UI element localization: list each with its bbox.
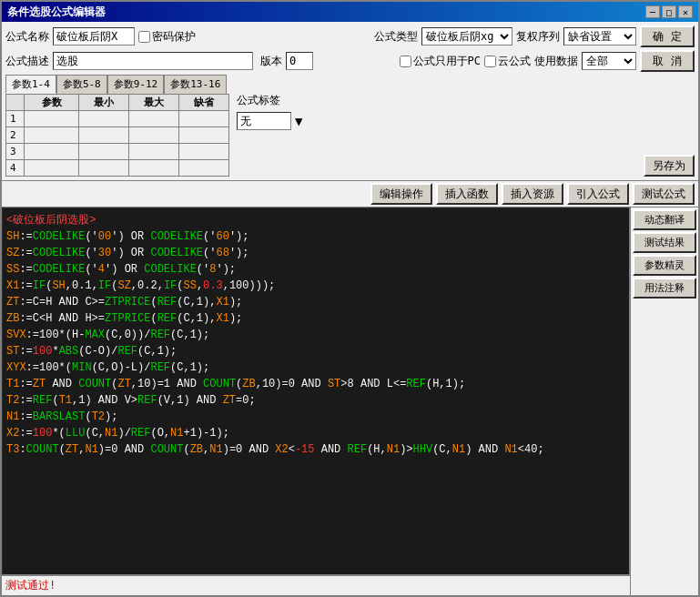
editor-container: <破位板后阴选股> SH:=CODELIKE('00') OR CODELIKE… <box>2 207 630 595</box>
param-row-num: 2 <box>6 127 25 144</box>
params-tab-1-4[interactable]: 参数1-4 <box>5 75 56 94</box>
formula-desc-input[interactable] <box>53 52 253 70</box>
code-line: ST:=100*ABS(C-O)/REF(C,1); <box>6 343 625 359</box>
param-1-min[interactable] <box>83 113 125 125</box>
cloud-label: 云公式 <box>484 54 531 69</box>
param-3-default[interactable] <box>183 146 225 157</box>
main-window: 条件选股公式编辑器 ─ □ ✕ 公式名称 密码保护 公式类型 破位板后阴xg 复… <box>0 0 700 597</box>
param-4-name[interactable] <box>28 162 75 174</box>
pc-only-label: 公式只用于PC <box>400 54 481 69</box>
formula-desc-label: 公式描述 <box>5 54 49 69</box>
formula-type-select[interactable]: 破位板后阴xg <box>421 27 512 46</box>
insert-resource-button[interactable]: 插入资源 <box>502 183 563 205</box>
param-4-min[interactable] <box>83 162 125 174</box>
param-2-max[interactable] <box>133 129 175 141</box>
params-table: 参数 最小 最大 缺省 1 <box>5 94 229 177</box>
code-line: SVX:=100*(H-MAX(C,0))/REF(C,1); <box>6 327 625 343</box>
param-2-name[interactable] <box>28 129 75 141</box>
params-tab-13-16[interactable]: 参数13-16 <box>164 75 227 94</box>
formula-type-label: 公式类型 <box>374 29 418 45</box>
params-tabs: 参数1-4 参数5-8 参数9-12 参数13-16 <box>5 75 229 94</box>
right-buttons-panel: 动态翻译 测试结果 参数精灵 用法注释 <box>630 207 698 595</box>
pc-only-checkbox[interactable] <box>400 56 411 67</box>
insert-func-button[interactable]: 插入函数 <box>436 183 498 205</box>
param-1-name[interactable] <box>28 113 75 125</box>
param-row-3: 3 <box>6 144 229 160</box>
saveas-button[interactable]: 另存为 <box>644 155 695 177</box>
maximize-button[interactable]: □ <box>662 5 676 18</box>
cancel-button[interactable]: 取 消 <box>640 50 695 72</box>
titlebar: 条件选股公式编辑器 ─ □ ✕ <box>2 2 698 22</box>
copy-sequence-select[interactable]: 缺省设置 <box>563 27 636 46</box>
col-num <box>6 95 25 111</box>
param-2-default[interactable] <box>183 129 225 141</box>
code-line: XYX:=100*(MIN(C,O)-L)/REF(C,1); <box>6 359 625 376</box>
code-line: SS:=CODELIKE('4') OR CODELIKE('8'); <box>6 261 625 278</box>
param-1-max[interactable] <box>133 113 175 125</box>
col-param: 参数 <box>25 95 79 111</box>
code-line: ZB:=C<H AND H>=ZTPRICE(REF(C,1),X1); <box>6 310 625 327</box>
confirm-button[interactable]: 确 定 <box>640 25 695 47</box>
bottom-panel: 测试通过! <box>2 575 630 595</box>
code-line: T3:COUNT(ZT,N1)=0 AND COUNT(ZB,N1)=0 AND… <box>6 441 625 458</box>
syntax-note-button[interactable]: 用法注释 <box>633 278 696 298</box>
password-checkbox-label: 密码保护 <box>138 29 196 45</box>
use-data-label: 使用数据 <box>534 54 578 69</box>
minimize-button[interactable]: ─ <box>645 5 660 18</box>
edit-ops-button[interactable]: 编辑操作 <box>370 183 432 205</box>
formula-tag-label: 公式标签 <box>237 93 302 108</box>
param-row-num: 1 <box>6 111 25 127</box>
formula-name-label: 公式名称 <box>5 29 49 45</box>
code-line: T2:=REF(T1,1) AND V>REF(V,1) AND ZT=0; <box>6 392 625 409</box>
import-formula-button[interactable]: 引入公式 <box>567 183 629 205</box>
param-row-4: 4 <box>6 160 229 177</box>
code-line: N1:=BARSLAST(T2); <box>6 409 625 425</box>
params-tab-5-8[interactable]: 参数5-8 <box>56 75 107 94</box>
formula-tag-input[interactable] <box>237 112 291 130</box>
param-4-default[interactable] <box>183 162 225 174</box>
version-input[interactable] <box>286 52 313 70</box>
param-row-num: 4 <box>6 160 25 177</box>
password-checkbox[interactable] <box>138 31 150 43</box>
window-title: 条件选股公式编辑器 <box>7 5 106 20</box>
test-formula-button[interactable]: 测试公式 <box>633 183 695 205</box>
param-row-2: 2 <box>6 127 229 144</box>
code-line: X1:=IF(SH,0.1,IF(SZ,0.2,IF(SS,0.3,100)))… <box>6 278 625 294</box>
code-line: SZ:=CODELIKE('30') OR CODELIKE('68'); <box>6 245 625 261</box>
status-text: 测试通过! <box>2 576 630 595</box>
formula-tag-section: 公式标签 ▼ <box>237 75 302 130</box>
param-1-default[interactable] <box>183 113 225 125</box>
top-section: 公式名称 密码保护 公式类型 破位板后阴xg 复权序列 缺省设置 确 定 公式描… <box>2 22 698 181</box>
code-line: X2:=100*(LLU(C,N1)/REF(O,N1+1)-1); <box>6 425 625 441</box>
use-data-select[interactable]: 全部 <box>582 52 636 70</box>
param-row-1: 1 <box>6 111 229 127</box>
params-tab-9-12[interactable]: 参数9-12 <box>107 75 165 94</box>
param-3-name[interactable] <box>28 146 75 157</box>
code-line: SH:=CODELIKE('00') OR CODELIKE('60'); <box>6 228 625 245</box>
test-results-button[interactable]: 测试结果 <box>633 232 696 253</box>
code-line: ZT:=C=H AND C>=ZTPRICE(REF(C,1),X1); <box>6 294 625 310</box>
formula-tag-dropdown[interactable]: ▼ <box>295 114 302 128</box>
col-max: 最大 <box>129 95 179 111</box>
param-4-max[interactable] <box>133 162 175 174</box>
param-3-min[interactable] <box>83 146 125 157</box>
test-result-text: 测试通过! <box>5 578 56 593</box>
param-2-min[interactable] <box>83 129 125 141</box>
param-row-num: 3 <box>6 144 25 160</box>
close-button[interactable]: ✕ <box>678 5 693 18</box>
code-line: T1:=ZT AND COUNT(ZT,10)=1 AND COUNT(ZB,1… <box>6 376 625 392</box>
col-min: 最小 <box>79 95 129 111</box>
code-line: <破位板后阴选股> <box>6 212 625 228</box>
param-3-max[interactable] <box>133 146 175 157</box>
titlebar-buttons: ─ □ ✕ <box>645 5 693 18</box>
password-label: 密码保护 <box>152 29 196 45</box>
param-details-button[interactable]: 参数精灵 <box>633 255 696 276</box>
main-content: <破位板后阴选股> SH:=CODELIKE('00') OR CODELIKE… <box>2 207 698 595</box>
formula-name-input[interactable] <box>53 27 135 46</box>
code-editor[interactable]: <破位板后阴选股> SH:=CODELIKE('00') OR CODELIKE… <box>2 207 630 575</box>
version-label: 版本 <box>260 54 282 69</box>
cloud-checkbox[interactable] <box>484 56 496 67</box>
dynamic-translate-button[interactable]: 动态翻译 <box>633 209 696 230</box>
formula-tag-row: ▼ <box>237 112 302 130</box>
col-default: 缺省 <box>179 95 229 111</box>
